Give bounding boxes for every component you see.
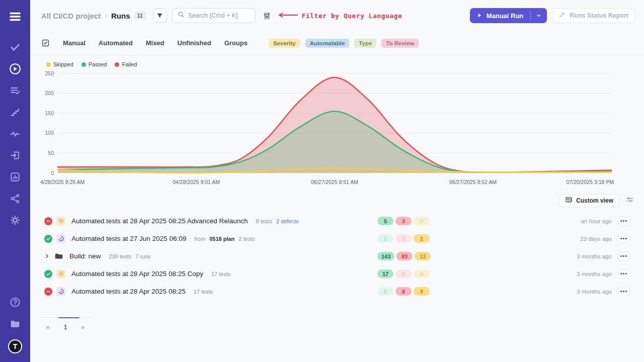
annotation-text: Filter by Query Language xyxy=(302,12,403,20)
badge-yellow: 13 xyxy=(415,252,431,260)
sidebar-item-check[interactable] xyxy=(4,37,26,59)
row-more-button[interactable]: ••• xyxy=(618,251,630,261)
run-meta-item: 0518 plan xyxy=(209,236,234,242)
runs-status-report-label: Runs Status Report xyxy=(570,12,628,19)
page-title: Runs xyxy=(111,12,130,20)
spiral-app-icon xyxy=(56,287,65,296)
user-avatar[interactable]: T xyxy=(4,335,26,357)
run-title: Automated tests at 27 Jun 2025 06:09 xyxy=(71,235,186,242)
legend-dot xyxy=(82,62,86,67)
run-title: Build: new xyxy=(69,252,101,260)
run-row[interactable]: Automated tests at 28 Apr 2025 08:25 Cop… xyxy=(40,265,634,283)
sidebar-item-pulse[interactable] xyxy=(4,124,26,145)
run-title: Automated tests at 28 Apr 2025 08:25 xyxy=(71,288,186,295)
chip-type[interactable]: Type xyxy=(354,39,376,48)
spark-app-icon xyxy=(56,217,65,226)
play-circle-icon xyxy=(9,63,21,77)
app-root: T All CI/CD project › Runs 11 Filter by … xyxy=(0,0,644,362)
steps-icon xyxy=(10,107,21,120)
custom-view-button[interactable]: Custom view xyxy=(559,194,619,207)
sidebar: T xyxy=(0,0,30,362)
sidebar-item-branch[interactable] xyxy=(4,189,26,210)
search-input[interactable] xyxy=(188,12,249,19)
runs-status-report-button[interactable]: Runs Status Report xyxy=(552,8,635,23)
sidebar-item-folders[interactable] xyxy=(4,314,26,335)
badge-red: 8 xyxy=(395,287,412,296)
run-row-left: Automated tests at 28 Apr 2025 08:25 Adv… xyxy=(44,217,299,226)
sidebar-item-steps[interactable] xyxy=(4,102,26,124)
area-chart: 050100150200250 4/28/2025 8:26 AM04/28/2… xyxy=(40,70,614,187)
runs-chart-section: SkippedPassedFailed 050100150200250 4/28… xyxy=(30,55,644,187)
chip-automatable[interactable]: Automatable xyxy=(305,39,350,48)
expander-chevron-icon[interactable] xyxy=(44,253,50,259)
badge-green: 0 xyxy=(377,287,393,296)
sidebar-item-help[interactable] xyxy=(4,292,26,314)
run-row-left: Automated tests at 28 Apr 2025 08:25 Cop… xyxy=(44,269,230,279)
run-meta-item: 17 tests xyxy=(211,271,231,277)
chip-to-review[interactable]: To Review xyxy=(381,39,419,48)
badge-yellow: 9 xyxy=(414,287,430,296)
filter-button[interactable] xyxy=(153,9,167,23)
sidebar-item-list-check[interactable] xyxy=(4,80,26,102)
select-runs-icon[interactable] xyxy=(41,39,50,47)
filter-tabs-row: ManualAutomatedMixedUnfinishedGroups Sev… xyxy=(30,31,644,55)
chip-severity[interactable]: Severity xyxy=(269,39,300,48)
badge-green: 143 xyxy=(377,252,394,260)
row-more-button[interactable]: ••• xyxy=(618,234,630,243)
pagination-page-1[interactable]: 1 xyxy=(64,324,67,331)
search-icon xyxy=(178,11,185,20)
run-title: Automated tests at 28 Apr 2025 08:25 Adv… xyxy=(71,217,248,225)
legend-skipped: Skipped xyxy=(46,61,73,67)
run-row[interactable]: Automated tests at 28 Apr 2025 08:2517 t… xyxy=(40,283,634,300)
run-time: 3 months ago xyxy=(577,253,612,259)
run-row-left: Build: new239 tests7 runs xyxy=(44,252,151,261)
defects-link[interactable]: 2 defects xyxy=(276,218,299,224)
play-icon xyxy=(477,12,482,20)
annotation-arrow-icon xyxy=(275,11,298,20)
run-meta-item: 7 runs xyxy=(135,253,151,259)
sidebar-item-bar-chart[interactable] xyxy=(4,167,26,189)
x-tick-label: 4/28/2025 8:26 AM xyxy=(40,179,85,185)
manual-run-split-button: Manual Run xyxy=(470,8,547,23)
spark-app-icon xyxy=(56,269,65,279)
display-settings-icon[interactable] xyxy=(625,196,634,206)
tab-unfinished[interactable]: Unfinished xyxy=(178,39,211,47)
tab-mixed[interactable]: Mixed xyxy=(146,39,165,47)
pagination: « 1 » xyxy=(40,317,91,331)
result-badges: 089 xyxy=(377,287,430,296)
table-gear-icon xyxy=(565,196,573,205)
view-toolbar: Custom view xyxy=(30,187,644,212)
help-icon xyxy=(10,297,21,310)
badge-red: 3 xyxy=(395,217,412,225)
pagination-next[interactable]: » xyxy=(81,324,85,331)
manual-run-dropdown[interactable] xyxy=(531,8,547,23)
sidebar-item-sign-in[interactable] xyxy=(4,145,26,167)
menu-icon[interactable] xyxy=(9,10,22,25)
pagination-prev[interactable]: « xyxy=(46,324,50,331)
badge-green: 17 xyxy=(377,269,393,278)
tab-automated[interactable]: Automated xyxy=(99,39,133,47)
tab-groups[interactable]: Groups xyxy=(224,39,248,47)
tab-manual[interactable]: Manual xyxy=(63,39,86,47)
query-filter-icon[interactable] xyxy=(263,12,271,20)
sign-in-icon xyxy=(10,150,21,163)
run-meta: 17 tests xyxy=(211,271,231,277)
chart-x-axis: 4/28/2025 8:26 AM04/28/2025 9:01 AM06/27… xyxy=(40,179,614,187)
legend-failed: Failed xyxy=(115,61,137,67)
sidebar-item-play-circle[interactable] xyxy=(4,59,26,80)
topbar: All CI/CD project › Runs 11 Filter by Qu… xyxy=(30,0,644,31)
result-badges: 530 xyxy=(377,217,430,225)
failed-status-icon xyxy=(44,288,52,296)
run-row[interactable]: Automated tests at 27 Jun 2025 06:09from… xyxy=(40,230,634,247)
row-more-button[interactable]: ••• xyxy=(618,287,630,296)
sidebar-item-gear[interactable] xyxy=(4,210,26,232)
row-more-button[interactable]: ••• xyxy=(618,216,630,226)
run-group-row[interactable]: Build: new239 tests7 runs14383133 months… xyxy=(40,247,634,265)
row-more-button[interactable]: ••• xyxy=(618,269,630,279)
run-time: 23 days ago xyxy=(580,236,612,242)
breadcrumb-project[interactable]: All CI/CD project xyxy=(41,12,101,20)
run-meta-item: 2 tests xyxy=(238,236,255,242)
manual-run-button[interactable]: Manual Run xyxy=(470,8,531,23)
search-box[interactable] xyxy=(172,8,256,23)
run-row[interactable]: Automated tests at 28 Apr 2025 08:25 Adv… xyxy=(40,212,634,230)
